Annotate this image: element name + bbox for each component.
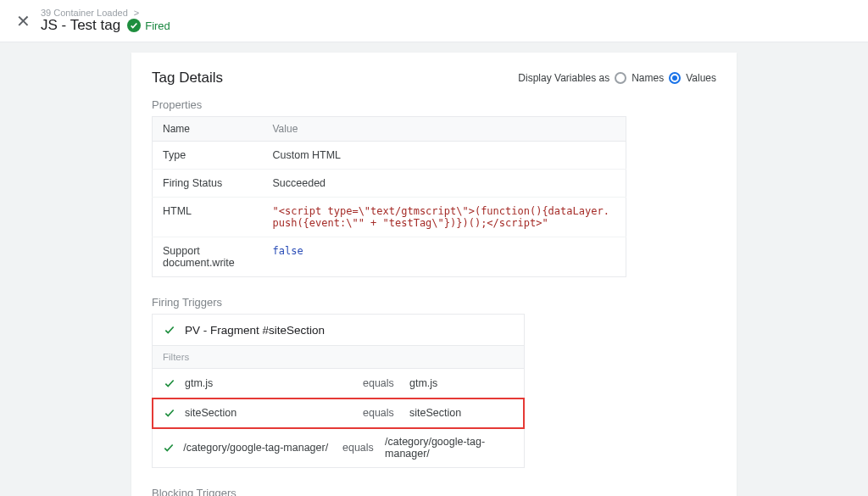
filter-right: gtm.js [409,377,437,389]
card-header: Tag Details Display Variables as Names V… [152,70,716,86]
trigger-name: PV - Fragment #siteSection [185,324,325,337]
properties-table: Name Value Type Custom HTML Firing Statu… [152,116,626,277]
filter-op: equals [342,442,376,454]
radio-names-label[interactable]: Names [632,72,664,84]
prop-name: Type [153,142,263,170]
trigger-header[interactable]: PV - Fragment #siteSection [153,315,524,346]
prop-value: Succeeded [263,170,626,198]
firing-trigger-box: PV - Fragment #siteSection Filters gtm.j… [152,314,525,468]
prop-value-code: false [263,237,626,277]
check-icon [163,376,176,390]
fired-label: Fired [145,20,170,32]
check-icon [163,323,176,337]
blocking-triggers-section-label: Blocking Triggers [152,487,716,496]
close-icon[interactable]: ✕ [10,11,36,31]
prop-name: Support document.write [153,237,263,277]
prop-name: Firing Status [153,170,263,198]
filter-row: /category/google-tag-manager/ equals /ca… [153,428,524,467]
check-icon [163,406,176,420]
filter-right: /category/google-tag-manager/ [385,436,514,460]
firing-triggers-section-label: Firing Triggers [152,296,716,309]
properties-section-label: Properties [152,98,716,111]
display-variables-label: Display Variables as [518,72,609,84]
filter-row: gtm.js equals gtm.js [153,369,524,398]
table-row: Type Custom HTML [153,142,626,170]
radio-values-label[interactable]: Values [686,72,716,84]
table-row: Firing Status Succeeded [153,170,626,198]
filter-row-highlighted: siteSection equals siteSection [153,398,524,428]
filter-op: equals [363,377,401,389]
table-row: HTML "<script type=\"text/gtmscript\">(f… [153,198,626,237]
prop-value: Custom HTML [263,142,626,170]
card-title: Tag Details [152,70,223,86]
table-row: Support document.write false [153,237,626,277]
check-circle-icon [127,19,141,32]
tag-details-card: Tag Details Display Variables as Names V… [131,53,737,496]
check-icon [163,441,175,454]
filter-right: siteSection [409,407,461,419]
radio-names[interactable] [615,72,626,84]
title-stack: 39 Container Loaded > JS - Test tag Fire… [41,8,170,34]
chevron-right-icon: > [134,8,139,18]
topbar: ✕ 39 Container Loaded > JS - Test tag Fi… [0,0,868,42]
properties-col-name: Name [153,117,263,142]
tag-title: JS - Test tag [41,17,120,34]
properties-col-value: Value [263,117,626,142]
filter-left: siteSection [185,407,354,419]
title-row: JS - Test tag Fired [41,17,170,34]
filter-left: /category/google-tag-manager/ [183,442,334,454]
prop-name: HTML [153,198,263,237]
filter-left: gtm.js [185,377,354,389]
filters-label: Filters [153,346,524,369]
display-variables-toggle: Display Variables as Names Values [518,72,716,84]
fired-badge: Fired [127,19,170,32]
filter-op: equals [363,407,401,419]
radio-values[interactable] [669,72,681,84]
prop-value-code: "<script type=\"text/gtmscript\">(functi… [263,198,626,237]
